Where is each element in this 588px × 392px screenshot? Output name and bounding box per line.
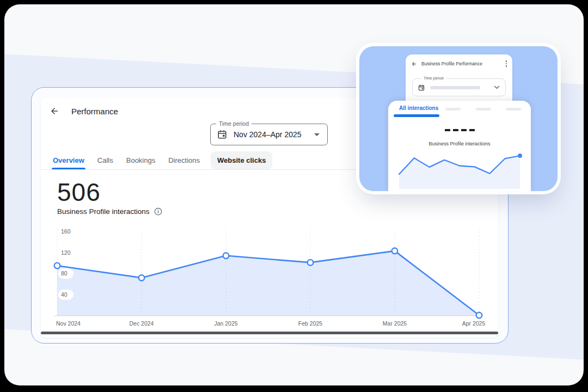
tab-label: Calls <box>97 156 113 164</box>
svg-text:160: 160 <box>61 228 71 235</box>
metric-label-row: Business Profile interactions <box>57 207 162 216</box>
chevron-down-icon <box>494 85 500 89</box>
tab-overview[interactable]: Overview <box>51 151 87 169</box>
metric-label: Business Profile interactions <box>57 207 150 216</box>
app-canvas: Performance Time period Nov 2024–Apr 202… <box>4 4 584 385</box>
calendar-icon <box>418 84 425 91</box>
svg-text:Nov 2024: Nov 2024 <box>56 320 81 327</box>
svg-text:Apr 2025: Apr 2025 <box>462 320 486 327</box>
phone-tab-placeholders <box>445 108 521 111</box>
tab-bar: Overview Calls Bookings Directions Websi… <box>51 151 272 169</box>
time-period-select[interactable]: Time period Nov 2024–Apr 2025 <box>210 124 328 145</box>
svg-text:40: 40 <box>61 291 68 298</box>
time-period-value: Nov 2024–Apr 2025 <box>234 130 302 139</box>
phone-time-period-select[interactable]: Time period <box>412 78 506 96</box>
info-icon[interactable] <box>154 207 162 216</box>
phone-screen-chart-card: All interactions Business Profile intera… <box>388 101 531 191</box>
tab-bookings[interactable]: Bookings <box>124 151 157 169</box>
svg-text:80: 80 <box>61 270 68 277</box>
time-period-label: Time period <box>216 120 252 127</box>
dropdown-arrow-icon <box>314 133 320 136</box>
page-title: Performance <box>71 107 118 116</box>
phone-time-period-label: Time period <box>421 76 446 80</box>
phone-tab-all-interactions[interactable]: All interactions <box>399 105 438 111</box>
redacted-time-period-value <box>430 86 480 89</box>
phone-mini-line-chart <box>396 150 523 190</box>
kebab-menu-icon[interactable] <box>505 59 508 68</box>
back-icon[interactable] <box>50 106 59 116</box>
phone-page-title: Business Profile Performance <box>421 61 482 66</box>
interactions-area-chart[interactable]: 1601208040Nov 2024Dec 2024Jan 2025Feb 20… <box>52 226 490 330</box>
svg-text:120: 120 <box>61 249 71 256</box>
phone-overlay-card: Business Profile Performance Time period <box>359 46 558 191</box>
svg-text:Mar 2025: Mar 2025 <box>383 320 407 327</box>
redacted-metric-value <box>388 129 531 131</box>
tab-label: Bookings <box>126 156 155 164</box>
svg-text:Jan 2025: Jan 2025 <box>214 320 237 327</box>
active-tab-underline <box>394 114 439 117</box>
tab-label: Website clicks <box>217 156 266 164</box>
metric-value: 506 <box>57 177 101 207</box>
phone-metric-caption: Business Profile interactions <box>388 141 531 146</box>
svg-text:Feb 2025: Feb 2025 <box>298 320 323 327</box>
tab-label: Directions <box>168 156 200 164</box>
phone-header: Business Profile Performance <box>411 59 508 69</box>
back-icon[interactable] <box>411 61 417 67</box>
tab-website-clicks[interactable]: Website clicks <box>211 151 272 169</box>
tab-calls[interactable]: Calls <box>95 151 115 169</box>
tab-label: Overview <box>53 156 84 164</box>
window-bottom-bar <box>41 332 498 334</box>
svg-text:Dec 2024: Dec 2024 <box>130 320 154 327</box>
window-header: Performance <box>50 105 118 118</box>
calendar-icon <box>217 130 227 139</box>
tab-directions[interactable]: Directions <box>166 151 202 169</box>
